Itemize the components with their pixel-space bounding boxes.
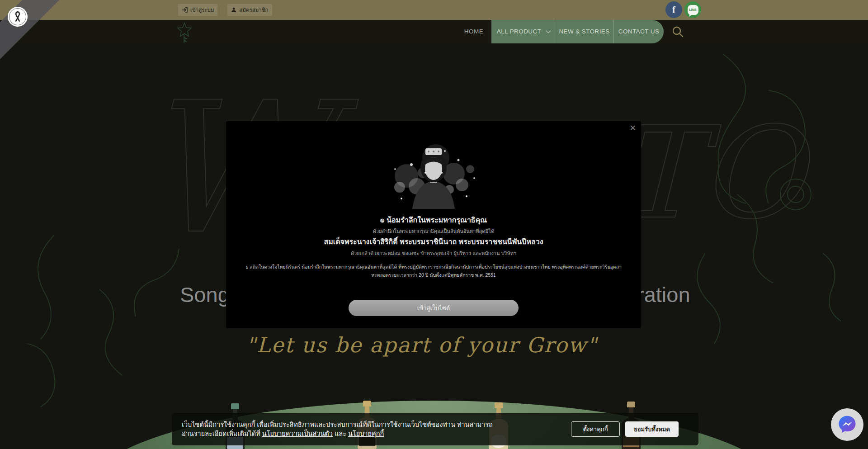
- awareness-ribbon-icon: [12, 10, 24, 23]
- nav-menu-group: ALL PRODUCT NEW & STORIES CONTACT US: [491, 20, 664, 43]
- cookie-settings-button[interactable]: ตั้งค่าคุกกี้: [571, 421, 620, 437]
- and-word: และ: [333, 430, 348, 437]
- memorial-modal: ×: [226, 121, 641, 328]
- facebook-icon[interactable]: f: [665, 1, 682, 18]
- mourning-ribbon-button[interactable]: [8, 7, 28, 27]
- bottle-cap: [627, 402, 635, 407]
- nav-item-new-stories[interactable]: NEW & STORIES: [555, 20, 614, 43]
- brand-star-logo[interactable]: [176, 22, 193, 44]
- register-label: สมัครสมาชิก: [239, 6, 268, 14]
- hero-script-quote: "Let us be apart of your Grow": [246, 333, 598, 357]
- cookie-message: เว็บไซต์นี้มีการใช้งานคุกกี้ เพื่อเพิ่มป…: [182, 420, 498, 439]
- messenger-chat-button[interactable]: [831, 408, 863, 441]
- bottle-cap: [231, 403, 239, 409]
- cookie-policy-link[interactable]: นโยบายคุกกี้: [348, 430, 384, 437]
- chevron-down-icon: [546, 28, 551, 33]
- main-navigation: HOME ALL PRODUCT NEW & STORIES CONTACT U…: [0, 20, 868, 43]
- enter-site-button[interactable]: เข้าสู่เว็บไซต์: [349, 300, 519, 316]
- cookie-accept-all-button[interactable]: ยอมรับทั้งหมด: [625, 421, 679, 437]
- modal-title: ๏ น้อมรำลึกในพระมหากรุณาธิคุณ: [226, 214, 641, 226]
- cookie-consent-banner: เว็บไซต์นี้มีการใช้งานคุกกี้ เพื่อเพิ่มป…: [172, 413, 698, 445]
- privacy-policy-link[interactable]: นโยบายความเป็นส่วนตัว: [262, 430, 333, 437]
- all-product-label: ALL PRODUCT: [497, 28, 541, 35]
- bottle-cap: [495, 402, 503, 408]
- modal-royal-title: สมเด็จพระนางเจ้าสิริกิติ์ พระบรมราชินีนา…: [226, 236, 641, 247]
- hero-heading-left-fragment: Song: [180, 282, 230, 307]
- modal-dedication: ด้วยเกล้าด้วยกระหม่อม ขอเดชะ ข้าพระพุทธเ…: [226, 249, 641, 257]
- login-label: เข้าสู่ระบบ: [190, 6, 214, 14]
- bottle-cap: [363, 401, 371, 406]
- nav-item-contact-us[interactable]: CONTACT US: [614, 20, 664, 43]
- queen-portrait-image: [382, 133, 486, 209]
- modal-subtitle: ด้วยสำนึกในพระมหากรุณาธิคุณเป็นล้นพ้นอัน…: [226, 227, 641, 235]
- top-utility-bar: เข้าสู่ระบบ สมัครสมาชิก f LINE: [0, 0, 868, 20]
- person-icon: [231, 7, 236, 13]
- hero-heading-right-fragment: ration: [637, 282, 690, 307]
- nav-item-home[interactable]: HOME: [458, 20, 490, 43]
- messenger-icon: [837, 414, 858, 435]
- search-icon[interactable]: [671, 25, 684, 38]
- modal-paragraph: ธ สถิตในดวงใจไทยนิรันดร์ น้อมรำลึกในพระม…: [243, 263, 624, 279]
- modal-close-button[interactable]: ×: [630, 123, 636, 133]
- register-link[interactable]: สมัครสมาชิก: [227, 4, 272, 16]
- page: W TO Song ration "Let us be apart of you…: [0, 0, 868, 449]
- line-bubble: LINE: [688, 5, 698, 15]
- sign-in-icon: [182, 7, 188, 13]
- nav-item-all-product[interactable]: ALL PRODUCT: [491, 20, 555, 43]
- line-icon[interactable]: LINE: [684, 1, 701, 18]
- login-link[interactable]: เข้าสู่ระบบ: [178, 4, 217, 16]
